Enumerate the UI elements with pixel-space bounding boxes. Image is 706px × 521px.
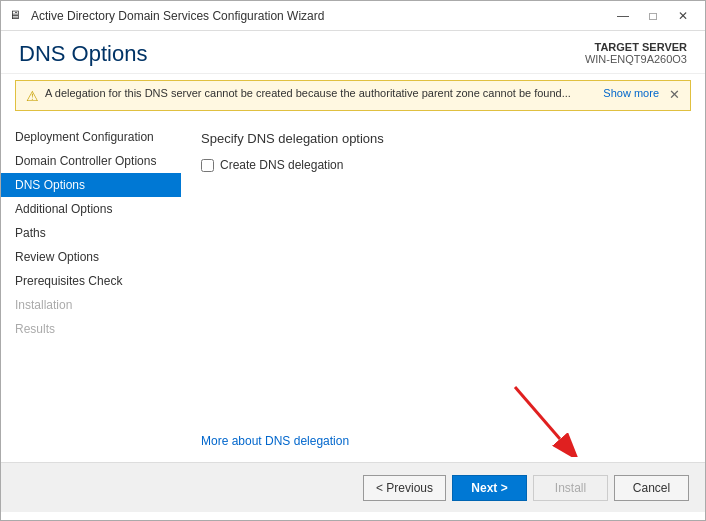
minimize-button[interactable]: — xyxy=(609,6,637,26)
warning-banner: ⚠ A delegation for this DNS server canno… xyxy=(15,80,691,111)
create-dns-delegation-checkbox[interactable] xyxy=(201,159,214,172)
sidebar-item-prerequisites[interactable]: Prerequisites Check xyxy=(1,269,181,293)
previous-button[interactable]: < Previous xyxy=(363,475,446,501)
header-section: DNS Options TARGET SERVER WIN-ENQT9A260O… xyxy=(1,31,705,74)
sidebar-item-paths[interactable]: Paths xyxy=(1,221,181,245)
cancel-button[interactable]: Cancel xyxy=(614,475,689,501)
close-button[interactable]: ✕ xyxy=(669,6,697,26)
page-title: DNS Options xyxy=(19,41,147,67)
sidebar-item-dns-options[interactable]: DNS Options xyxy=(1,173,181,197)
content-title: Specify DNS delegation options xyxy=(201,131,685,146)
title-bar-left: 🖥 Active Directory Domain Services Confi… xyxy=(9,8,324,24)
sidebar-item-results: Results xyxy=(1,317,181,341)
install-button[interactable]: Install xyxy=(533,475,608,501)
target-server-label: TARGET SERVER xyxy=(585,41,687,53)
content-footer: More about DNS delegation xyxy=(201,424,685,448)
dns-delegation-link[interactable]: More about DNS delegation xyxy=(201,434,349,448)
sidebar-item-deployment[interactable]: Deployment Configuration xyxy=(1,125,181,149)
warning-message: A delegation for this DNS server cannot … xyxy=(45,87,593,99)
maximize-button[interactable]: □ xyxy=(639,6,667,26)
title-bar: 🖥 Active Directory Domain Services Confi… xyxy=(1,1,705,31)
next-button[interactable]: Next > xyxy=(452,475,527,501)
create-dns-delegation-label: Create DNS delegation xyxy=(220,158,343,172)
sidebar: Deployment Configuration Domain Controll… xyxy=(1,117,181,462)
show-more-link[interactable]: Show more xyxy=(603,87,659,99)
window-title: Active Directory Domain Services Configu… xyxy=(31,9,324,23)
app-icon: 🖥 xyxy=(9,8,25,24)
checkbox-row: Create DNS delegation xyxy=(201,158,685,172)
sidebar-item-domain-controller[interactable]: Domain Controller Options xyxy=(1,149,181,173)
title-bar-controls: — □ ✕ xyxy=(609,6,697,26)
warning-close-icon[interactable]: ✕ xyxy=(669,87,680,102)
target-server-info: TARGET SERVER WIN-ENQT9A260O3 xyxy=(585,41,687,65)
bottom-bar: < Previous Next > Install Cancel xyxy=(1,462,705,512)
content-area: Specify DNS delegation options Create DN… xyxy=(181,117,705,462)
warning-icon: ⚠ xyxy=(26,88,39,104)
sidebar-item-review[interactable]: Review Options xyxy=(1,245,181,269)
sidebar-item-installation: Installation xyxy=(1,293,181,317)
server-name: WIN-ENQT9A260O3 xyxy=(585,53,687,65)
sidebar-item-additional[interactable]: Additional Options xyxy=(1,197,181,221)
main-content: Deployment Configuration Domain Controll… xyxy=(1,117,705,462)
